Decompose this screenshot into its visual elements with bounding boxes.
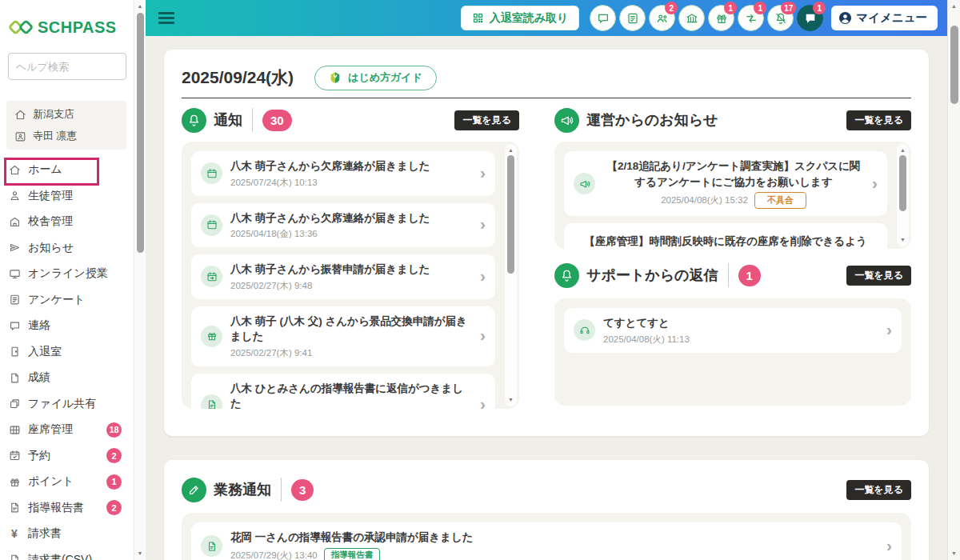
- menu-icon[interactable]: [158, 12, 174, 24]
- item-date: 2025/04/18(金) 13:36: [230, 228, 472, 240]
- badge-count: 1: [724, 2, 737, 14]
- sidebar-item-reports[interactable]: 指導報告書2: [8, 495, 134, 522]
- my-menu-button[interactable]: マイメニュー: [831, 6, 938, 30]
- scrollbar-thumb[interactable]: [137, 13, 144, 253]
- divider: [182, 98, 911, 98]
- chat-icon: [8, 320, 21, 332]
- calendar-swap-icon: [201, 266, 222, 287]
- item-title: 【座席管理】時間割反映時に既存の座席を削除できるよう: [574, 234, 878, 249]
- badge-count: 18: [106, 422, 122, 438]
- support-chat-button[interactable]: 1: [797, 5, 823, 31]
- sidebar-item-school[interactable]: 校舎管理: [8, 209, 134, 235]
- sidebar-item-label: 請求書(CSV): [28, 553, 92, 560]
- scrollbar-thumb[interactable]: [950, 26, 958, 104]
- announcement-item[interactable]: 【座席管理】時間割反映時に既存の座席を削除できるよう: [564, 223, 887, 249]
- sidebar-item-label: ファイル共有: [28, 397, 96, 411]
- topbar-icon-group: 2 1 1 17 1: [590, 5, 823, 31]
- calendar-check-icon: [8, 450, 21, 462]
- view-all-notifications-button[interactable]: 一覧を見る: [454, 110, 519, 130]
- view-all-business-button[interactable]: 一覧を見る: [846, 480, 911, 500]
- scroll-down-icon[interactable]: ▼: [948, 550, 960, 558]
- app-logo[interactable]: SCHPASS: [0, 0, 146, 38]
- announcements-header: 運営からのお知らせ 一覧を見る: [554, 103, 911, 137]
- scroll-up-icon[interactable]: ▲: [948, 2, 960, 10]
- sidebar-item-online-class[interactable]: オンライン授業: [8, 261, 134, 287]
- business-count-badge: 3: [291, 479, 314, 501]
- list-scrollbar[interactable]: ▲ ▼: [505, 144, 517, 406]
- sidebar-item-label: ポイント: [28, 474, 74, 489]
- sidebar-item-reservations[interactable]: 予約2: [8, 443, 134, 470]
- list-scrollbar[interactable]: ▲ ▼: [897, 144, 909, 246]
- badge-count: 2: [106, 448, 122, 463]
- chevron-right-icon: ›: [886, 321, 892, 340]
- students-button[interactable]: 2: [649, 5, 675, 31]
- business-item[interactable]: 花岡 一さんの指導報告書の承認申請が届きました 2025/07/29(火) 13…: [191, 522, 902, 560]
- guide-label: はじめ方ガイド: [348, 70, 422, 85]
- item-title: 八木 萌子 (八木 父) さんから景品交換申請が届きました: [230, 314, 472, 345]
- scroll-down-icon[interactable]: ▼: [505, 396, 517, 404]
- sidebar-item-entry-exit[interactable]: 入退室: [8, 339, 134, 366]
- sidebar-item-points[interactable]: ポイント1: [8, 469, 134, 495]
- notification-item[interactable]: 八木 萌子さんから振替申請が届きました2025/02/27(木) 9:48 ›: [191, 254, 495, 299]
- scrollbar-thumb[interactable]: [507, 155, 514, 274]
- notification-item[interactable]: 八木 萌子さんから欠席連絡が届きました2025/04/18(金) 13:36 ›: [191, 203, 495, 248]
- sidebar-item-label: オンライン授業: [28, 266, 108, 281]
- sidebar-item-invoice[interactable]: ¥請求書: [8, 521, 134, 547]
- branch-name: 新潟支店: [33, 107, 74, 122]
- badge-count: 1: [106, 474, 122, 490]
- entry-exit-button[interactable]: 1: [738, 5, 764, 31]
- sidebar-item-file-share[interactable]: ファイル共有: [8, 391, 134, 418]
- building-icon: [8, 216, 21, 228]
- announcement-item[interactable]: 【2/18追記あり/アンケート調査実施】スクパスに関するアンケートにご協力をお願…: [564, 151, 887, 216]
- notification-item[interactable]: 八木 萌子さんから欠席連絡が届きました2025/07/24(木) 10:13 ›: [191, 151, 495, 196]
- sidebar-item-grades[interactable]: 成績: [8, 365, 134, 391]
- sidebar-item-home[interactable]: ホーム: [8, 157, 134, 183]
- scroll-down-icon[interactable]: ▼: [134, 550, 146, 558]
- notification-item[interactable]: 八木 ひとみさんの指導報告書に返信がつきました 2025/01/09(木) 10…: [191, 374, 495, 409]
- item-date: 2025/07/29(火) 13:40: [230, 550, 318, 560]
- badge-count: 2: [106, 500, 122, 515]
- view-all-support-button[interactable]: 一覧を見る: [846, 266, 911, 286]
- help-search-input[interactable]: [8, 53, 126, 80]
- points-button[interactable]: 1: [708, 5, 734, 31]
- school-button[interactable]: [678, 5, 705, 31]
- sidebar-item-survey[interactable]: アンケート: [8, 287, 134, 314]
- notification-item[interactable]: 八木 萌子 (八木 父) さんから景品交換申請が届きました2025/02/27(…: [191, 306, 495, 366]
- my-menu-label: マイメニュー: [856, 10, 927, 26]
- scrollbar-thumb[interactable]: [899, 155, 906, 211]
- monitor-icon: [8, 268, 21, 280]
- item-title: 八木 萌子さんから欠席連絡が届きました: [230, 158, 472, 174]
- sidebar-item-label: 予約: [28, 449, 50, 463]
- notifications-header: 通知 30 一覧を見る: [182, 103, 519, 137]
- sidebar-item-contact[interactable]: 連絡: [8, 313, 134, 339]
- window-scrollbar[interactable]: ▲ ▼: [947, 0, 960, 560]
- entry-exit-scan-button[interactable]: 入退室読み取り: [461, 6, 580, 30]
- notifications-off-button[interactable]: 17: [767, 5, 794, 31]
- survey-button[interactable]: [619, 5, 646, 31]
- report-icon: [201, 535, 222, 557]
- scroll-down-icon[interactable]: ▼: [897, 236, 909, 244]
- scroll-up-icon[interactable]: ▲: [134, 2, 146, 10]
- sidebar: SCHPASS 新潟支店 寺田 凛恵 ホーム 生徒管理 校舎管理 お知らせ オン…: [0, 0, 146, 560]
- megaphone-icon: [574, 173, 595, 194]
- gift-icon: [715, 12, 728, 25]
- dashboard-card: 2025/09/24(水) はじめ方ガイド 通知 30 一覧を見る: [164, 50, 929, 436]
- sidebar-item-label: アンケート: [28, 293, 85, 307]
- yen-icon: ¥: [8, 527, 21, 540]
- sidebar-item-invoice-csv[interactable]: 請求書(CSV): [8, 547, 134, 560]
- user-selector[interactable]: 寺田 凛恵: [14, 129, 119, 143]
- sidebar-item-news[interactable]: お知らせ: [8, 235, 134, 262]
- scroll-up-icon[interactable]: ▲: [897, 146, 909, 154]
- sidebar-item-seats[interactable]: 座席管理18: [8, 417, 134, 443]
- support-reply-item[interactable]: てすとてすと2025/04/08(火) 11:13 ›: [564, 308, 902, 353]
- seat-grid-icon: [8, 424, 21, 436]
- chat-button[interactable]: [590, 5, 616, 31]
- sidebar-item-label: 指導報告書: [28, 501, 84, 515]
- chevron-right-icon: ›: [480, 326, 486, 346]
- view-all-announcements-button[interactable]: 一覧を見る: [846, 110, 911, 130]
- getting-started-guide-button[interactable]: はじめ方ガイド: [314, 66, 437, 90]
- sidebar-scrollbar[interactable]: ▲ ▼: [134, 0, 146, 560]
- branch-selector[interactable]: 新潟支店: [14, 107, 119, 122]
- scroll-up-icon[interactable]: ▲: [505, 146, 517, 154]
- sidebar-item-students[interactable]: 生徒管理: [8, 183, 134, 210]
